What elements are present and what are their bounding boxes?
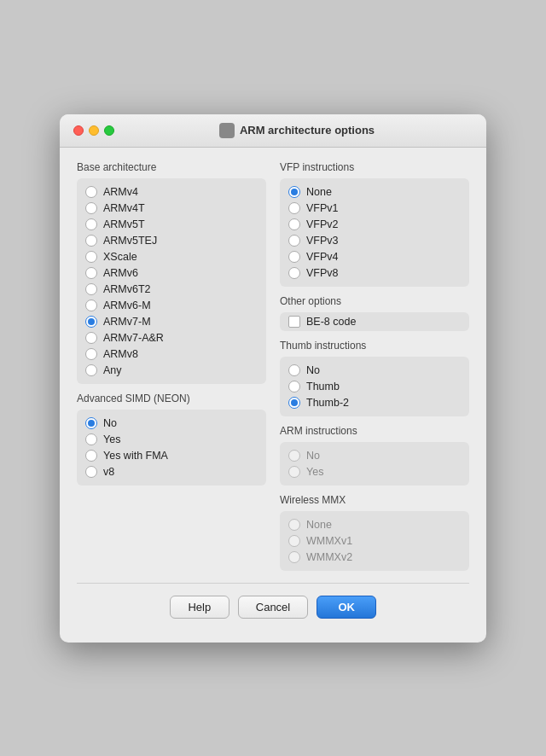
list-item[interactable]: ARMv5TEJ (85, 234, 258, 247)
wireless-mmx-label: Wireless MMX (280, 494, 469, 506)
radio-armv5tej[interactable] (85, 235, 97, 247)
maximize-button[interactable] (104, 125, 114, 136)
list-item[interactable]: Thumb-2 (288, 396, 461, 410)
radio-label-armv5t: ARMv5T (103, 218, 145, 230)
list-item[interactable]: ARMv6T2 (85, 282, 258, 296)
radio-label-armv6t2: ARMv6T2 (103, 283, 151, 295)
list-item[interactable]: WMMXv2 (288, 550, 461, 564)
list-item[interactable]: ARMv4T (85, 201, 258, 215)
radio-wmmxv1[interactable] (288, 535, 300, 547)
other-options-label: Other options (280, 295, 469, 307)
list-item[interactable]: ARMv8 (85, 347, 258, 361)
thumb-label: Thumb instructions (280, 340, 469, 352)
list-item[interactable]: Yes with FMA (85, 449, 258, 462)
radio-armv5t[interactable] (85, 218, 97, 230)
arm-instructions-group: No Yes (280, 442, 469, 486)
list-item[interactable]: WMMXv1 (288, 534, 461, 548)
radio-arm-no[interactable] (288, 450, 300, 462)
radio-vfpv8[interactable] (288, 267, 300, 279)
list-item[interactable]: ARMv5T (85, 218, 258, 231)
radio-label-wmmxv1: WMMXv1 (306, 535, 352, 547)
list-item[interactable]: No (288, 363, 461, 377)
close-button[interactable] (73, 125, 84, 136)
radio-thumb-no[interactable] (288, 364, 300, 376)
radio-label-armv6m: ARMv6-M (103, 299, 151, 311)
radio-armv6[interactable] (85, 267, 97, 279)
list-item[interactable]: None (288, 185, 461, 199)
right-column: VFP instructions None VFPv1 VFPv2 (280, 161, 469, 571)
radio-label-wmmxv2: WMMXv2 (306, 551, 352, 563)
radio-label-any: Any (103, 364, 122, 376)
radio-simd-yesfma[interactable] (85, 450, 97, 462)
radio-label-simd-yes: Yes (103, 433, 120, 445)
radio-armv4[interactable] (85, 186, 97, 198)
radio-wmmxv2[interactable] (288, 551, 300, 563)
radio-simd-yes[interactable] (85, 433, 97, 445)
list-item[interactable]: VFPv8 (288, 266, 461, 280)
list-item[interactable]: No (85, 416, 258, 430)
radio-vfpv2[interactable] (288, 218, 300, 230)
advanced-simd-group: No Yes Yes with FMA v8 (77, 410, 266, 486)
radio-armv8[interactable] (85, 348, 97, 360)
radio-label-armv6: ARMv6 (103, 267, 138, 279)
list-item[interactable]: ARMv6 (85, 266, 258, 280)
list-item[interactable]: VFPv3 (288, 234, 461, 247)
list-item[interactable]: VFPv2 (288, 218, 461, 231)
list-item[interactable]: XScale (85, 250, 258, 264)
radio-vfpv4[interactable] (288, 251, 300, 263)
window-icon (219, 123, 235, 138)
be8-checkbox[interactable] (288, 316, 300, 328)
help-button[interactable]: Help (170, 596, 229, 619)
radio-label-mmx-none: None (306, 519, 332, 531)
radio-label-simd-v8: v8 (103, 466, 114, 478)
radio-simd-v8[interactable] (85, 466, 97, 478)
base-arch-group: ARMv4 ARMv4T ARMv5T ARMv5TEJ (77, 178, 266, 384)
list-item[interactable]: Yes (288, 465, 461, 479)
radio-armv7m[interactable] (85, 316, 97, 328)
radio-label-armv7m: ARMv7-M (103, 316, 151, 328)
radio-armv6t2[interactable] (85, 283, 97, 295)
list-item[interactable]: ARMv4 (85, 185, 258, 199)
list-item[interactable]: ARMv7-M (85, 315, 258, 329)
list-item[interactable]: VFPv4 (288, 250, 461, 264)
radio-label-simd-no: No (103, 417, 117, 429)
radio-label-vfpv4: VFPv4 (306, 251, 339, 263)
radio-label-armv7ar: ARMv7-A&R (103, 332, 164, 344)
radio-xscale[interactable] (85, 251, 97, 263)
radio-label-thumb-no: No (306, 364, 320, 376)
radio-label-vfpv8: VFPv8 (306, 267, 339, 279)
radio-label-vfpv1: VFPv1 (306, 202, 339, 214)
radio-simd-no[interactable] (85, 417, 97, 429)
list-item[interactable]: No (288, 449, 461, 462)
list-item[interactable]: v8 (85, 465, 258, 479)
radio-mmx-none[interactable] (288, 519, 300, 531)
radio-thumb2[interactable] (288, 397, 300, 409)
advanced-simd-label: Advanced SIMD (NEON) (77, 393, 266, 404)
radio-armv6m[interactable] (85, 299, 97, 311)
be8-option[interactable]: BE-8 code (280, 312, 469, 331)
radio-label-simd-yesfma: Yes with FMA (103, 450, 168, 462)
list-item[interactable]: Any (85, 363, 258, 377)
radio-vfpv3[interactable] (288, 235, 300, 247)
arm-instructions-label: ARM instructions (280, 425, 469, 437)
cancel-button[interactable]: Cancel (238, 596, 308, 619)
list-item[interactable]: VFPv1 (288, 201, 461, 215)
radio-label-vfp-none: None (306, 186, 332, 198)
list-item[interactable]: ARMv6-M (85, 299, 258, 312)
radio-thumb[interactable] (288, 381, 300, 393)
list-item[interactable]: None (288, 518, 461, 532)
radio-arm-yes[interactable] (288, 466, 300, 478)
radio-armv4t[interactable] (85, 202, 97, 214)
list-item[interactable]: ARMv7-A&R (85, 331, 258, 345)
ok-button[interactable]: OK (317, 596, 376, 619)
radio-armv7ar[interactable] (85, 332, 97, 344)
be8-label: BE-8 code (306, 316, 356, 328)
list-item[interactable]: Thumb (288, 380, 461, 393)
radio-any[interactable] (85, 364, 97, 376)
title-bar: ARM architecture options (60, 114, 486, 148)
radio-vfp-none[interactable] (288, 186, 300, 198)
radio-label-armv5tej: ARMv5TEJ (103, 235, 157, 247)
minimize-button[interactable] (89, 125, 99, 136)
list-item[interactable]: Yes (85, 433, 258, 446)
radio-vfpv1[interactable] (288, 202, 300, 214)
